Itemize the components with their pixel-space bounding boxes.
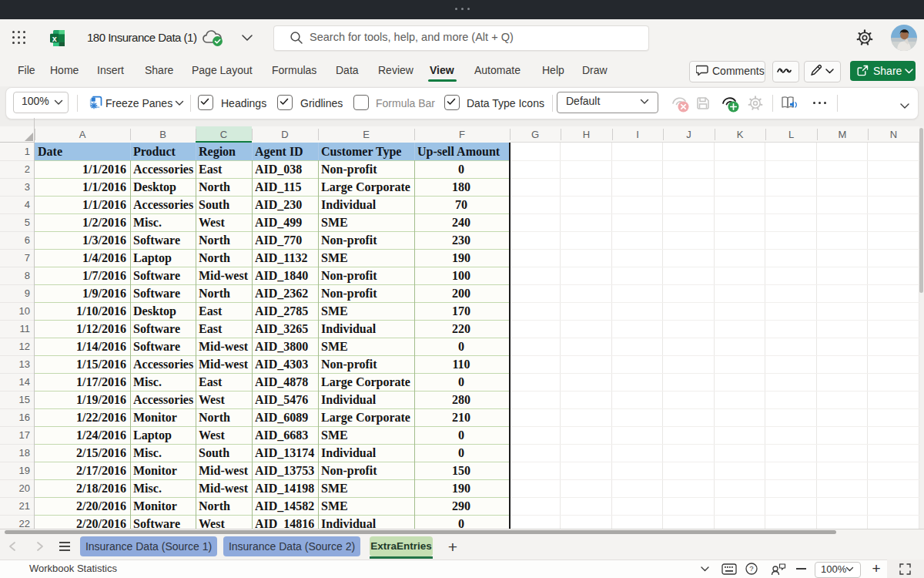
svg-text:x: x — [52, 34, 57, 43]
svg-text:?: ? — [749, 564, 753, 573]
